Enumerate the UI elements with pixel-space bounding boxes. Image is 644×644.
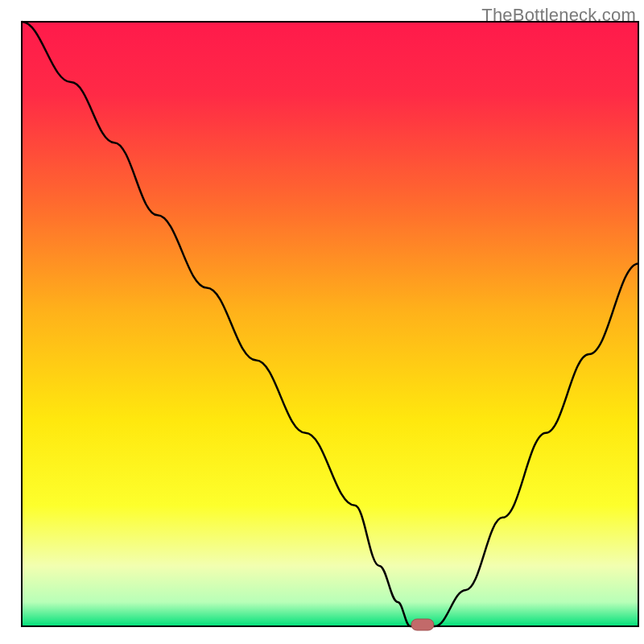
optimal-marker <box>411 619 434 630</box>
chart-canvas: TheBottleneck.com <box>0 0 644 644</box>
attribution-label: TheBottleneck.com <box>481 5 636 26</box>
plot-background <box>22 22 638 626</box>
chart-svg <box>0 0 644 644</box>
